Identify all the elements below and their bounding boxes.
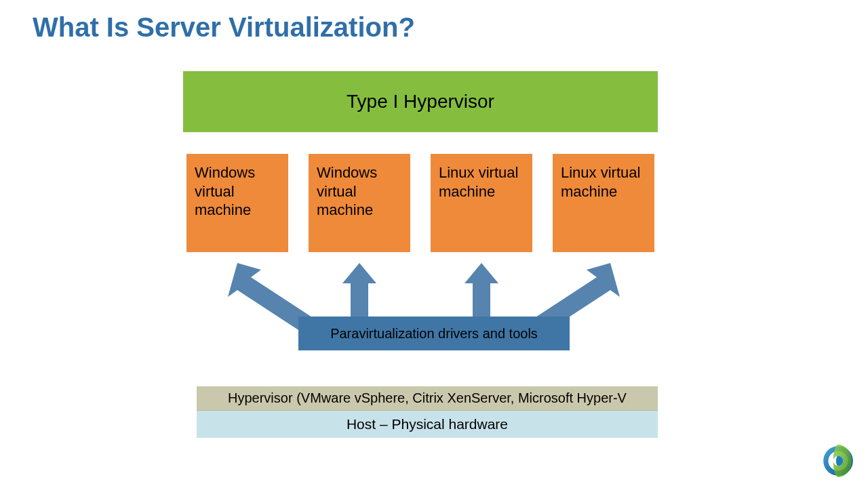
hypervisor-bar: Hypervisor (VMware vSphere, Citrix XenSe… <box>197 386 658 411</box>
paravirt-label: Paravirtualization drivers and tools <box>330 326 538 342</box>
arrow-up-icon <box>465 263 498 324</box>
hypervisor-bar-label: Hypervisor (VMware vSphere, Citrix XenSe… <box>228 390 627 406</box>
vm-box-linux-1: Linux virtual machine <box>431 154 532 252</box>
arrow-up-icon <box>342 263 376 324</box>
vm-row: Windows virtual machine Windows virtual … <box>183 154 665 252</box>
vm-box-windows-1: Windows virtual machine <box>186 154 288 252</box>
brand-logo-icon <box>821 443 856 479</box>
host-bar-label: Host – Physical hardware <box>347 416 508 432</box>
paravirt-box: Paravirtualization drivers and tools <box>298 317 570 350</box>
hypervisor-type-box: Type I Hypervisor <box>183 71 658 132</box>
vm-box-linux-2: Linux virtual machine <box>553 154 654 252</box>
diagram-container: Type I Hypervisor Windows virtual machin… <box>183 71 665 333</box>
slide-title: What Is Server Virtualization? <box>33 12 415 43</box>
host-bar: Host – Physical hardware <box>197 411 658 438</box>
arrow-area: Paravirtualization drivers and tools <box>183 252 665 333</box>
hypervisor-type-label: Type I Hypervisor <box>347 91 494 113</box>
vm-box-windows-2: Windows virtual machine <box>309 154 410 252</box>
